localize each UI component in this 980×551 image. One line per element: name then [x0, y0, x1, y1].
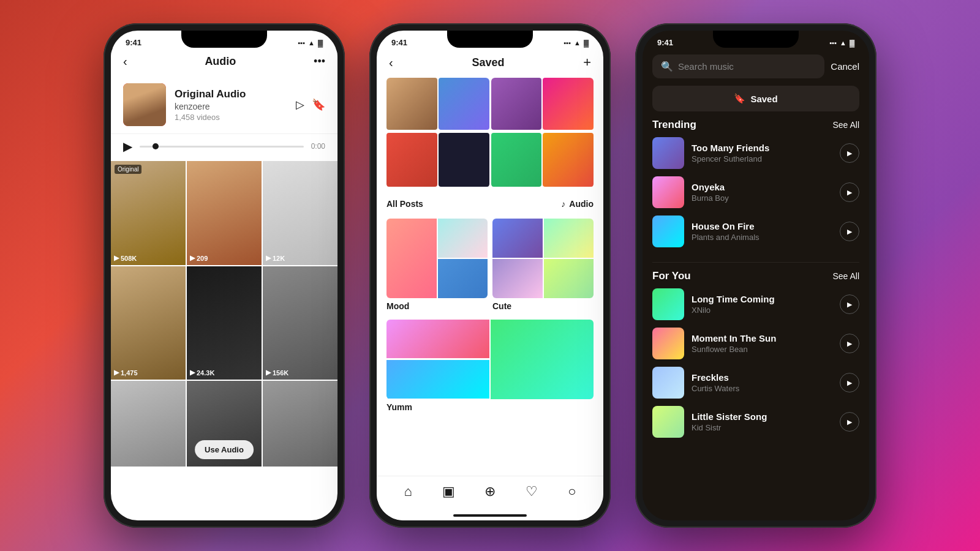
yumm-label: Yumm — [386, 402, 594, 412]
saved-music-label: Saved — [750, 94, 777, 104]
play-button-7[interactable]: ▶ — [840, 412, 859, 432]
play-button-3[interactable]: ▶ — [840, 222, 859, 241]
video-cell-9[interactable] — [263, 381, 337, 467]
saved-item-1[interactable] — [386, 78, 437, 130]
saved-music-button[interactable]: 🔖 Saved — [652, 86, 859, 111]
bookmark-icon-music: 🔖 — [734, 93, 745, 104]
saved-item-8[interactable] — [543, 133, 594, 187]
notch-2 — [447, 31, 533, 48]
use-audio-button[interactable]: Use Audio — [195, 440, 254, 459]
music-info-6: Freckles Curtis Waters — [692, 372, 832, 393]
video-cell-5[interactable]: ▶ 24.3K — [187, 266, 262, 380]
saved-item-7[interactable] — [491, 133, 542, 187]
video-cell-2[interactable]: ▶ 209 — [187, 161, 262, 265]
yumm-img-3 — [491, 320, 594, 399]
yumm-collection[interactable]: Yumm — [386, 320, 594, 412]
saved-content: All Posts ♪ Audio Mood — [377, 78, 603, 476]
time-2: 9:41 — [391, 38, 407, 47]
video-count-5: ▶ 24.3K — [190, 369, 214, 377]
saved-item-5[interactable] — [491, 78, 542, 130]
saved-item-2[interactable] — [439, 78, 489, 130]
reels-nav-icon[interactable]: ▣ — [442, 484, 455, 500]
player-controls: ▶ 0:00 — [123, 139, 325, 154]
trending-see-all[interactable]: See All — [832, 120, 859, 130]
play-button-6[interactable]: ▶ — [840, 373, 859, 392]
notch-1 — [181, 31, 267, 48]
music-thumb-4 — [652, 288, 684, 320]
video-count-2: ▶ 209 — [190, 254, 208, 262]
time-display: 0:00 — [311, 142, 325, 151]
video-cell-4[interactable]: ▶ 1,475 — [111, 266, 186, 380]
add-button[interactable]: + — [583, 54, 591, 70]
music-info-4: Long Time Coming XNilo — [692, 294, 832, 315]
home-nav-icon[interactable]: ⌂ — [404, 484, 412, 500]
search-placeholder: Search music — [678, 61, 734, 72]
video-cell-3[interactable]: ▶ 12K — [263, 161, 337, 265]
share-icon[interactable]: ▷ — [296, 98, 304, 111]
play-button-5[interactable]: ▶ — [840, 334, 859, 353]
back-icon-2[interactable]: ‹ — [389, 56, 393, 70]
for-you-see-all[interactable]: See All — [832, 271, 859, 281]
music-artist-3: Plants and Animals — [692, 233, 832, 242]
video-cell-1[interactable]: Original ▶ 508K — [111, 161, 186, 265]
video-cell-7[interactable] — [111, 381, 186, 467]
signal-icon-2: ▪▪▪ — [564, 39, 571, 47]
music-title-6: Freckles — [692, 372, 832, 383]
yumm-img-2 — [386, 360, 489, 399]
all-posts-label: All Posts — [386, 199, 423, 209]
saved-item-4[interactable] — [439, 133, 489, 187]
video-cell-8[interactable]: Use Audio — [187, 381, 262, 467]
music-search-header: 🔍 Search music Cancel — [643, 50, 869, 86]
music-thumb-2 — [652, 176, 684, 208]
video-grid-container: Original ▶ 508K ▶ 209 ▶ 12K ▶ 1,475 — [111, 161, 337, 467]
cute-collection[interactable]: Cute — [492, 219, 594, 315]
trending-item-2: Onyeka Burna Boy ▶ — [652, 176, 859, 208]
play-button-1[interactable]: ▶ — [840, 143, 859, 163]
for-you-item-2: Moment In The Sun Sunflower Bean ▶ — [652, 328, 859, 359]
music-artist-1: Spencer Sutherland — [692, 154, 832, 163]
music-thumb-1 — [652, 137, 684, 169]
bookmark-icon[interactable]: 🔖 — [312, 98, 325, 111]
video-count-4: ▶ 1,475 — [114, 369, 138, 377]
audio-username: kenzoere — [175, 102, 287, 111]
battery-icon-3: ▓ — [850, 39, 854, 47]
play-button[interactable]: ▶ — [123, 139, 132, 154]
music-thumb-5 — [652, 328, 684, 359]
play-button-2[interactable]: ▶ — [840, 182, 859, 202]
cute-img-1 — [492, 219, 543, 258]
video-grid: Original ▶ 508K ▶ 209 ▶ 12K ▶ 1,475 — [111, 161, 337, 467]
bottom-nav: ⌂ ▣ ⊕ ♡ ○ — [377, 476, 603, 514]
add-nav-icon[interactable]: ⊕ — [484, 484, 496, 500]
music-title-5: Moment In The Sun — [692, 333, 832, 343]
for-you-section: For You See All Long Time Coming XNilo ▶… — [643, 270, 869, 445]
search-bar[interactable]: 🔍 Search music — [652, 54, 824, 78]
back-icon[interactable]: ‹ — [123, 54, 127, 69]
trending-section: Trending See All Too Many Friends Spence… — [643, 119, 869, 255]
music-artist-6: Curtis Waters — [692, 384, 832, 393]
music-info-3: House On Fire Plants and Animals — [692, 221, 832, 242]
saved-page-title: Saved — [472, 56, 504, 69]
more-icon[interactable]: ••• — [314, 55, 325, 68]
saved-item-3[interactable] — [386, 133, 437, 187]
progress-bar[interactable] — [140, 146, 304, 148]
cancel-button[interactable]: Cancel — [831, 61, 859, 72]
audio-header: ‹ Audio ••• — [111, 50, 337, 76]
saved-item-6[interactable] — [543, 78, 594, 130]
audio-info: Original Audio kenzoere 1,458 videos ▷ 🔖 — [111, 76, 337, 134]
heart-nav-icon[interactable]: ♡ — [526, 484, 538, 500]
audio-header-icons: ••• — [314, 55, 325, 68]
trending-title: Trending — [652, 119, 696, 131]
all-posts-grid — [386, 78, 594, 188]
audio-meta: Original Audio kenzoere 1,458 videos — [175, 88, 287, 122]
video-count-1: ▶ 508K — [114, 254, 137, 262]
play-button-4[interactable]: ▶ — [840, 294, 859, 314]
trending-header: Trending See All — [652, 119, 859, 131]
wifi-icon-2: ▲ — [574, 39, 581, 47]
status-icons-1: ▪▪▪ ▲ ▓ — [298, 39, 323, 47]
time-3: 9:41 — [657, 38, 673, 47]
profile-nav-icon[interactable]: ○ — [568, 484, 576, 500]
video-cell-6[interactable]: ▶ 156K — [263, 266, 337, 380]
home-indicator — [453, 514, 527, 517]
mood-collection[interactable]: Mood — [386, 219, 488, 315]
cute-img-3 — [492, 259, 543, 298]
